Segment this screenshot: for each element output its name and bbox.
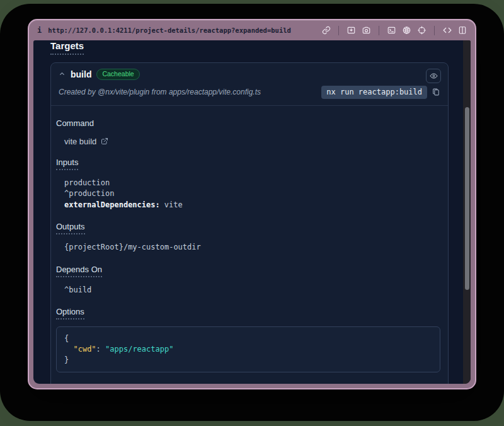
json-separator: :: [96, 345, 105, 354]
camera-icon[interactable]: [362, 26, 371, 35]
inputs-heading[interactable]: Inputs: [56, 158, 78, 170]
section-outputs: Outputs {projectRoot}/my-custom-outdir: [56, 221, 440, 253]
section-options: Options { "cwd": "apps/reactapp" }: [56, 306, 440, 372]
run-command-chip: nx run reactapp:build: [321, 86, 427, 99]
address-bar[interactable]: http://127.0.0.1:4211/project-details/re…: [48, 26, 291, 34]
cacheable-badge: Cacheable: [96, 69, 139, 80]
split-view-icon[interactable]: [458, 26, 467, 35]
input-item: production: [64, 178, 440, 189]
info-icon: i: [37, 26, 42, 35]
input-value: vite: [164, 200, 183, 209]
toolbar-divider: [379, 26, 379, 35]
json-close-brace: }: [64, 355, 432, 366]
depends-on-heading[interactable]: Depends On: [56, 265, 102, 277]
external-link-icon[interactable]: [101, 137, 108, 145]
section-inputs: Inputs production ^production externalDe…: [56, 156, 440, 211]
depends-on-item: ^build: [64, 285, 440, 296]
browser-window: i http://127.0.0.1:4211/project-details/…: [28, 19, 476, 389]
screen: i http://127.0.0.1:4211/project-details/…: [0, 0, 504, 426]
import-icon[interactable]: [346, 26, 356, 35]
view-target-graph-button[interactable]: [426, 69, 441, 83]
chevron-up-icon[interactable]: [59, 71, 66, 78]
json-key: "cwd": [73, 345, 96, 354]
scrollbar-track[interactable]: [463, 40, 471, 384]
page-title[interactable]: Targets: [50, 40, 84, 55]
page-viewport: Targets build Cacheable: [33, 40, 471, 384]
copy-icon[interactable]: [432, 88, 440, 96]
command-value[interactable]: vite build: [64, 137, 96, 146]
terminal-icon[interactable]: [387, 26, 396, 35]
project-details-content: Targets build Cacheable: [33, 40, 471, 384]
section-command: Command vite build: [56, 117, 440, 146]
globe-icon[interactable]: [402, 26, 411, 35]
options-json-block: { "cwd": "apps/reactapp" }: [56, 326, 440, 372]
target-card-build: build Cacheable Created by @nx/vite/plug…: [50, 62, 449, 384]
json-value: "apps/reactapp": [105, 345, 173, 354]
json-cwd-line: "cwd": "apps/reactapp": [64, 344, 432, 355]
created-by-text: Created by @nx/vite/plugin from apps/rea…: [59, 88, 321, 96]
command-heading: Command: [56, 118, 94, 128]
options-heading[interactable]: Options: [56, 307, 84, 320]
code-icon[interactable]: [442, 26, 452, 35]
crosshair-icon[interactable]: [417, 26, 427, 35]
input-key: externalDependencies:: [64, 200, 160, 209]
target-name-build: build: [71, 69, 91, 79]
section-depends-on: Depends On ^build: [56, 263, 440, 296]
scrollbar-thumb[interactable]: [465, 107, 469, 290]
output-item: {projectRoot}/my-custom-outdir: [64, 242, 440, 253]
browser-toolbar: i http://127.0.0.1:4211/project-details/…: [29, 20, 475, 40]
toolbar-divider: [338, 26, 339, 35]
build-card-body: Command vite build Inputs pro: [51, 106, 448, 384]
toolbar-divider: [434, 26, 435, 35]
input-item: ^production: [64, 188, 440, 200]
input-item-external-deps: externalDependencies:vite: [64, 200, 440, 211]
outputs-heading[interactable]: Outputs: [56, 222, 85, 234]
link-icon[interactable]: [322, 26, 331, 35]
build-card-header[interactable]: build Cacheable Created by @nx/vite/plug…: [51, 63, 448, 106]
json-open-brace: {: [64, 333, 432, 344]
